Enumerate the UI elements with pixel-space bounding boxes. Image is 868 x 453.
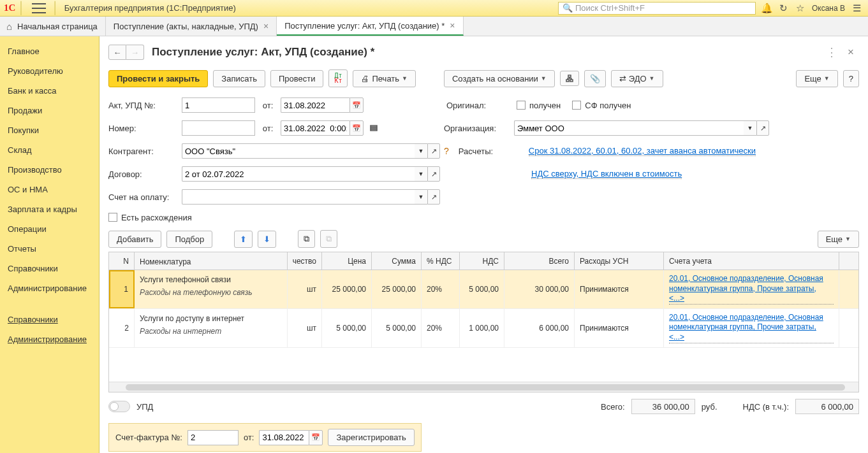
print-button[interactable]: 🖨 Печать ▼ (353, 70, 416, 87)
col-n[interactable]: N (109, 252, 135, 270)
dropdown-icon[interactable]: ▼ (744, 120, 756, 136)
copy-button[interactable]: ⧉ (298, 230, 315, 248)
user-name[interactable]: Оксана В (812, 4, 845, 13)
move-up-button[interactable]: ⬆ (234, 231, 253, 248)
sidebar-sub-catalogs[interactable]: Справочники (0, 310, 99, 329)
dropdown-icon[interactable]: ▼ (415, 166, 427, 182)
burger-menu-icon[interactable] (32, 3, 46, 13)
register-button[interactable]: Зарегистрировать (328, 429, 414, 446)
org-input[interactable] (514, 120, 744, 136)
akt-date-input[interactable] (281, 97, 349, 113)
help-button[interactable]: ? (843, 70, 859, 87)
sf-date-input[interactable] (259, 430, 309, 445)
sidebar-item-bank[interactable]: Банк и касса (0, 81, 99, 101)
write-button[interactable]: Записать (213, 70, 265, 87)
list-icon[interactable] (370, 124, 378, 132)
table-row[interactable]: 1 Услуги телефонной связи Расходы на тел… (109, 270, 858, 309)
open-ref-icon[interactable]: ↗ (427, 189, 440, 205)
sf-received-checkbox[interactable] (572, 101, 581, 110)
nds-link[interactable]: НДС сверху, НДС включен в стоимость (531, 169, 682, 179)
kebab-icon[interactable]: ⋮ (821, 43, 842, 62)
sidebar-item-hr[interactable]: Зарплата и кадры (0, 199, 99, 219)
sidebar-item-purchases[interactable]: Покупки (0, 120, 99, 140)
pick-button[interactable]: Подбор (166, 231, 212, 248)
table-more-button[interactable]: Еще ▼ (818, 231, 859, 248)
more-button[interactable]: Еще ▼ (796, 70, 837, 87)
sidebar-item-reports[interactable]: Отчеты (0, 239, 99, 259)
col-usn[interactable]: Расходы УСН (575, 252, 664, 270)
akt-no-label: Акт, УПД №: (108, 101, 182, 110)
vat-value: 6 000,00 (795, 399, 859, 414)
contractor-input[interactable] (182, 143, 415, 159)
attach-button[interactable]: 📎 (584, 70, 606, 87)
sidebar-sub-admin[interactable]: Администрирование (0, 329, 99, 349)
sf-num-input[interactable] (188, 430, 239, 445)
num-input[interactable] (182, 120, 255, 136)
sidebar-item-assets[interactable]: ОС и НМА (0, 180, 99, 199)
sidebar-item-warehouse[interactable]: Склад (0, 140, 99, 160)
open-ref-icon[interactable]: ↗ (427, 166, 440, 182)
sidebar-item-production[interactable]: Производство (0, 160, 99, 180)
dog-label: Договор: (108, 169, 182, 179)
post-and-close-button[interactable]: Провести и закрыть (108, 70, 208, 87)
global-search-input[interactable]: 🔍 Поиск Ctrl+Shift+F (558, 2, 756, 15)
close-page-icon[interactable]: × (842, 43, 859, 61)
arrow-down-icon: ⬇ (263, 234, 270, 244)
post-button[interactable]: Провести (270, 70, 324, 87)
dropdown-icon[interactable]: ▼ (415, 189, 427, 205)
col-qty[interactable]: чество (288, 252, 322, 270)
akt-no-input[interactable] (182, 97, 255, 113)
sidebar-item-catalogs[interactable]: Справочники (0, 259, 99, 278)
col-accounts[interactable]: Счета учета (664, 252, 839, 270)
sidebar-item-admin[interactable]: Администрирование (0, 278, 99, 298)
bell-icon[interactable]: 🔔 (760, 1, 775, 15)
move-down-button[interactable]: ⬇ (258, 231, 276, 248)
col-total[interactable]: Всего (504, 252, 575, 270)
close-icon[interactable]: × (263, 21, 268, 31)
forward-button[interactable]: → (126, 45, 144, 60)
contract-input[interactable] (182, 166, 415, 182)
back-button[interactable]: ← (108, 45, 126, 60)
upd-toggle[interactable] (108, 401, 130, 412)
edo-button[interactable]: ⇄ ЭДО ▼ (611, 70, 663, 87)
received-checkbox[interactable] (517, 101, 526, 110)
settings-icon[interactable]: ☰ (849, 1, 864, 15)
structure-icon-button[interactable] (560, 71, 579, 86)
col-vat-rate[interactable]: % НДС (422, 252, 460, 270)
calendar-icon[interactable]: 📅 (349, 120, 364, 136)
create-based-button[interactable]: Создать на основании ▼ (444, 70, 555, 87)
sidebar-item-sales[interactable]: Продажи (0, 101, 99, 120)
cell-price: 5 000,00 (322, 309, 372, 347)
horizontal-scrollbar[interactable] (109, 382, 858, 392)
dropdown-icon[interactable]: ▼ (415, 143, 427, 159)
sidebar-item-operations[interactable]: Операции (0, 219, 99, 239)
vat-label: НДС (в т.ч.): (743, 402, 790, 412)
col-vat[interactable]: НДС (460, 252, 504, 270)
help-icon[interactable]: ? (444, 146, 449, 156)
ot-label: от: (255, 101, 281, 110)
discrepancies-checkbox[interactable] (108, 213, 117, 222)
tab-receipt-doc[interactable]: Поступление услуг: Акт, УПД (создание) *… (277, 17, 463, 36)
received-label: получен (529, 101, 561, 110)
calendar-icon[interactable]: 📅 (309, 430, 323, 445)
sidebar-item-manager[interactable]: Руководителю (0, 61, 99, 81)
tab-receipts-list[interactable]: Поступление (акты, накладные, УПД) × (106, 17, 277, 36)
sidebar-item-main[interactable]: Главное (0, 41, 99, 61)
col-price[interactable]: Цена (322, 252, 372, 270)
history-icon[interactable]: ↻ (776, 1, 791, 15)
dtkt-button[interactable]: ДтКт (328, 69, 348, 87)
col-nomenclature[interactable]: Номенклатура (135, 252, 288, 270)
calc-link[interactable]: Срок 31.08.2022, 60.01, 60.02, зачет ава… (529, 146, 756, 156)
close-icon[interactable]: × (450, 20, 455, 31)
star-icon[interactable]: ☆ (793, 1, 808, 15)
open-ref-icon[interactable]: ↗ (756, 120, 769, 136)
invoice-input[interactable] (182, 189, 415, 205)
paste-button[interactable]: ⧉ (320, 230, 337, 248)
col-sum[interactable]: Сумма (372, 252, 422, 270)
open-ref-icon[interactable]: ↗ (427, 143, 440, 159)
calendar-icon[interactable]: 📅 (349, 97, 364, 113)
table-row[interactable]: 2 Услуги по доступу в интернет Расходы н… (109, 309, 858, 348)
num-date-input[interactable] (281, 120, 349, 136)
add-button[interactable]: Добавить (108, 231, 161, 248)
tab-home[interactable]: ⌂ Начальная страница (0, 17, 106, 36)
